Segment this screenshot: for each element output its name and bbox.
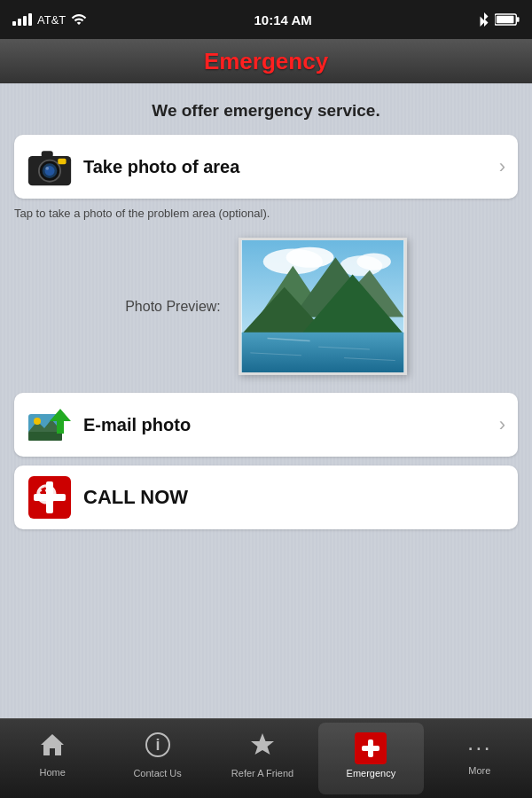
svg-marker-36: [251, 733, 274, 755]
svg-rect-8: [42, 151, 53, 157]
svg-point-14: [356, 254, 390, 270]
svg-rect-9: [58, 159, 66, 165]
tab-home-label: Home: [40, 767, 66, 778]
more-icon: ···: [467, 734, 492, 762]
call-icon: [27, 474, 73, 520]
camera-icon: [27, 144, 73, 190]
tab-contact-label: Contact Us: [133, 768, 181, 778]
svg-rect-1: [517, 17, 520, 22]
header: Emergency: [0, 39, 532, 83]
tab-emergency-label: Emergency: [347, 768, 396, 778]
chevron-icon: ›: [499, 155, 505, 178]
wifi-icon: [71, 13, 87, 26]
star-icon: [249, 732, 276, 764]
email-photo-button[interactable]: E-mail photo ›: [14, 393, 518, 457]
subtitle: We offer emergency service.: [14, 101, 518, 121]
svg-marker-33: [41, 734, 64, 755]
signal-bars-icon: [12, 13, 32, 26]
svg-point-28: [34, 418, 41, 425]
take-photo-button[interactable]: Take photo of area ›: [14, 135, 518, 199]
tab-more-label: More: [468, 765, 490, 776]
status-time: 10:14 AM: [254, 12, 311, 27]
battery-icon: [495, 13, 520, 26]
svg-text:i: i: [155, 736, 160, 754]
call-now-button[interactable]: CALL NOW: [14, 466, 518, 529]
photo-preview-label: Photo Preview:: [125, 299, 221, 315]
emergency-tab-icon: [355, 732, 387, 764]
tab-emergency[interactable]: Emergency: [318, 723, 423, 794]
status-left: AT&T: [12, 13, 87, 27]
take-photo-label: Take photo of area: [83, 157, 499, 177]
email-photo-label: E-mail photo: [83, 415, 499, 435]
home-icon: [39, 732, 66, 763]
tab-bar: Home i Contact Us Refer A Friend Emergen…: [0, 718, 532, 798]
page-title: Emergency: [204, 48, 328, 75]
call-now-label: CALL NOW: [83, 486, 505, 509]
svg-rect-2: [497, 16, 514, 23]
tab-more[interactable]: ··· More: [427, 719, 532, 798]
photo-preview-section: Photo Preview:: [14, 238, 518, 375]
photo-preview-frame: [239, 238, 407, 375]
info-icon: i: [145, 732, 171, 764]
tab-refer-label: Refer A Friend: [231, 768, 293, 778]
email-icon: [27, 402, 73, 448]
tab-home[interactable]: Home: [0, 719, 105, 798]
main-content: We offer emergency service. Take photo o…: [0, 83, 532, 718]
svg-rect-20: [241, 332, 403, 372]
tab-refer-a-friend[interactable]: Refer A Friend: [210, 719, 315, 798]
svg-point-12: [286, 247, 333, 268]
svg-point-7: [45, 167, 49, 170]
bluetooth-icon: [479, 12, 489, 27]
status-bar: AT&T 10:14 AM: [0, 0, 532, 39]
status-right: [479, 12, 520, 27]
photo-description: Tap to take a photo of the problem area …: [14, 206, 518, 222]
carrier-label: AT&T: [37, 13, 66, 27]
email-chevron-icon: ›: [499, 413, 505, 436]
tab-contact-us[interactable]: i Contact Us: [105, 719, 209, 798]
